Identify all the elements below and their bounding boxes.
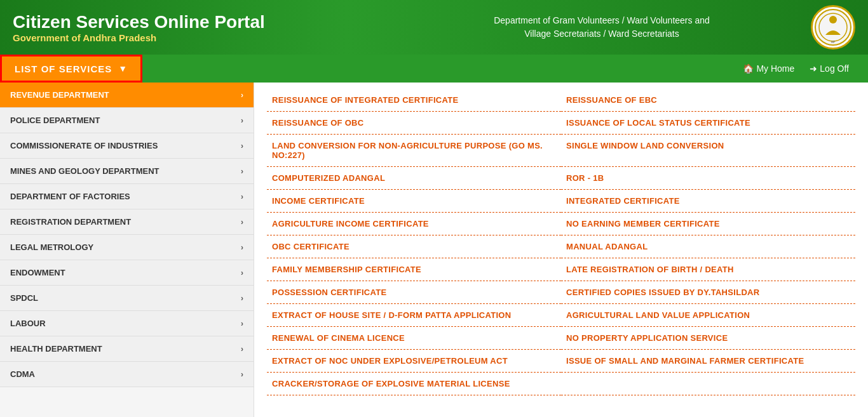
chevron-right-icon: › [241, 167, 243, 176]
service-link[interactable]: LATE REGISTRATION OF BIRTH / DEATH [561, 258, 855, 281]
main-content: REVENUE DEPARTMENT›POLICE DEPARTMENT›COM… [0, 83, 868, 417]
log-off-icon: ➜ [810, 63, 817, 74]
portal-title: Citizen Services Online Portal [13, 12, 405, 32]
svg-text:AP: AP [831, 40, 836, 44]
log-off-link[interactable]: ➜ Log Off [803, 61, 855, 76]
service-link[interactable]: NO EARNING MEMBER CERTIFICATE [561, 213, 855, 235]
log-off-label: Log Off [820, 63, 849, 74]
service-link[interactable]: INTEGRATED CERTIFICATE [561, 190, 855, 213]
sidebar-item-label: REGISTRATION DEPARTMENT [10, 217, 131, 227]
service-link[interactable]: REISSUANCE OF EBC [561, 89, 855, 112]
sidebar-item-legal-metrology[interactable]: LEGAL METROLOGY› [0, 235, 254, 260]
service-link[interactable]: RENEWAL OF CINEMA LICENCE [267, 327, 561, 350]
sidebar-item-spdcl[interactable]: SPDCL› [0, 286, 254, 311]
chevron-right-icon: › [241, 243, 243, 252]
service-link[interactable]: FAMILY MEMBERSHIP CERTIFICATE [267, 258, 561, 281]
sidebar-item-label: SPDCL [10, 293, 38, 303]
service-link[interactable]: CERTIFIED COPIES ISSUED BY DY.TAHSILDAR [561, 281, 855, 304]
sidebar-item-label: ENDOWMENT [10, 268, 65, 277]
header-logo: AP [811, 5, 855, 50]
sidebar-item-label: HEALTH DEPARTMENT [10, 344, 102, 354]
service-link[interactable]: EXTRACT OF NOC UNDER EXPLOSIVE/PETROLEUM… [267, 350, 561, 373]
service-link[interactable]: INCOME CERTIFICATE [267, 190, 561, 213]
sidebar-item-label: DEPARTMENT OF FACTORIES [10, 192, 130, 201]
service-link[interactable] [561, 373, 855, 395]
sidebar-item-endowment[interactable]: ENDOWMENT› [0, 260, 254, 286]
sidebar-item-health-department[interactable]: HEALTH DEPARTMENT› [0, 336, 254, 362]
sidebar-item-registration-department[interactable]: REGISTRATION DEPARTMENT› [0, 209, 254, 235]
sidebar-item-label: LEGAL METROLOGY [10, 242, 93, 252]
service-link[interactable]: REISSUANCE OF OBC [267, 112, 561, 135]
service-link[interactable]: COMPUTERIZED ADANGAL [267, 167, 561, 190]
service-link[interactable]: SINGLE WINDOW LAND CONVERSION [561, 135, 855, 167]
dept-text: Department of Gram Volunteers / Ward Vol… [494, 15, 710, 39]
home-icon: 🏠 [743, 63, 754, 74]
chevron-right-icon: › [241, 345, 243, 354]
service-link[interactable]: ROR - 1B [561, 167, 855, 190]
chevron-right-icon: › [241, 218, 243, 227]
chevron-right-icon: › [241, 192, 243, 201]
my-home-link[interactable]: 🏠 My Home [736, 61, 801, 76]
sidebar-item-mines-and-geology-department[interactable]: MINES AND GEOLOGY DEPARTMENT› [0, 159, 254, 184]
services-area: REISSUANCE OF INTEGRATED CERTIFICATEREIS… [254, 83, 868, 417]
chevron-right-icon: › [241, 370, 243, 379]
chevron-down-icon: ▼ [118, 63, 128, 74]
chevron-right-icon: › [241, 91, 243, 100]
header-left: Citizen Services Online Portal Governmen… [13, 12, 405, 43]
svg-point-2 [829, 16, 837, 23]
sidebar-item-label: LABOUR [10, 319, 46, 328]
service-link[interactable]: ISSUANCE OF LOCAL STATUS CERTIFICATE [561, 112, 855, 135]
service-link[interactable]: MANUAL ADANGAL [561, 235, 855, 258]
sidebar-item-label: CDMA [10, 369, 35, 379]
list-of-services-label: LIST OF SERVICES [15, 63, 112, 74]
header: Citizen Services Online Portal Governmen… [0, 0, 868, 55]
chevron-right-icon: › [241, 268, 243, 277]
navbar-right: 🏠 My Home ➜ Log Off [736, 61, 868, 76]
chevron-right-icon: › [241, 116, 243, 125]
sidebar-item-label: REVENUE DEPARTMENT [10, 90, 109, 100]
sidebar-item-label: COMMISSIONERATE OF INDUSTRIES [10, 141, 158, 150]
sidebar-item-cdma[interactable]: CDMA› [0, 362, 254, 387]
service-link[interactable]: Land Conversion For Non-Agriculture Purp… [267, 135, 561, 167]
my-home-label: My Home [756, 63, 794, 74]
service-link[interactable]: REISSUANCE OF INTEGRATED CERTIFICATE [267, 89, 561, 112]
list-of-services-button[interactable]: LIST OF SERVICES ▼ [0, 55, 142, 83]
header-dept: Department of Gram Volunteers / Ward Vol… [405, 14, 798, 41]
sidebar: REVENUE DEPARTMENT›POLICE DEPARTMENT›COM… [0, 83, 254, 417]
sidebar-item-police-department[interactable]: POLICE DEPARTMENT› [0, 108, 254, 133]
chevron-right-icon: › [241, 294, 243, 303]
sidebar-item-revenue-department[interactable]: REVENUE DEPARTMENT› [0, 83, 254, 108]
navbar: LIST OF SERVICES ▼ 🏠 My Home ➜ Log Off [0, 55, 868, 83]
service-link[interactable]: EXTRACT OF HOUSE SITE / D-FORM PATTA APP… [267, 304, 561, 327]
sidebar-item-department-of-factories[interactable]: DEPARTMENT OF FACTORIES› [0, 184, 254, 209]
chevron-right-icon: › [241, 319, 243, 328]
service-link[interactable]: CRACKER/STORAGE OF EXPLOSIVE MATERIAL LI… [267, 373, 561, 395]
service-link[interactable]: AGRICULTURE INCOME CERTIFICATE [267, 213, 561, 235]
service-link[interactable]: ISSUE OF SMALL AND MARGINAL FARMER CERTI… [561, 350, 855, 373]
service-link[interactable]: OBC CERTIFICATE [267, 235, 561, 258]
sidebar-item-label: POLICE DEPARTMENT [10, 116, 100, 125]
sidebar-item-commissionerate-of-industries[interactable]: COMMISSIONERATE OF INDUSTRIES› [0, 133, 254, 159]
sidebar-item-labour[interactable]: LABOUR› [0, 311, 254, 336]
chevron-right-icon: › [241, 142, 243, 150]
portal-subtitle: Government of Andhra Pradesh [13, 32, 405, 43]
services-grid: REISSUANCE OF INTEGRATED CERTIFICATEREIS… [267, 89, 855, 395]
service-link[interactable]: AGRICULTURAL LAND VALUE APPLICATION [561, 304, 855, 327]
sidebar-item-label: MINES AND GEOLOGY DEPARTMENT [10, 166, 159, 176]
service-link[interactable]: POSSESSION CERTIFICATE [267, 281, 561, 304]
service-link[interactable]: NO PROPERTY APPLICATION SERVICE [561, 327, 855, 350]
